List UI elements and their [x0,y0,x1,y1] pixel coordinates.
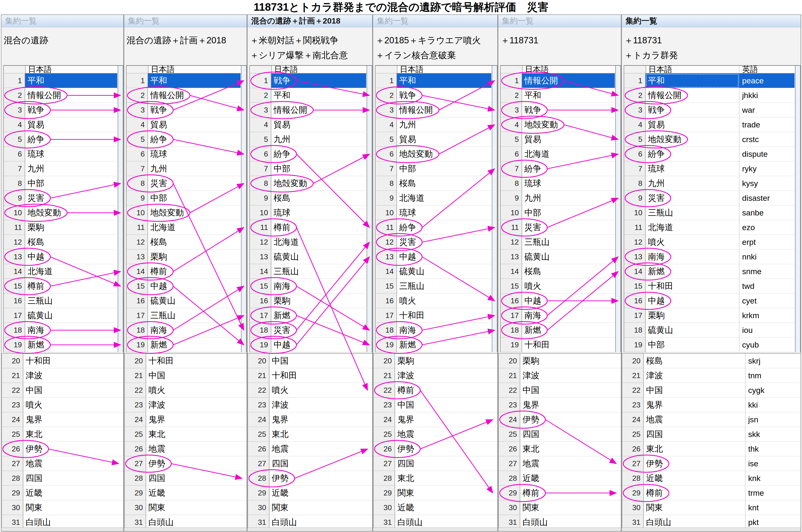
list-item[interactable]: 21津波 [499,368,621,383]
list-item[interactable]: 10三瓶山sanbe [624,206,801,220]
list-item[interactable]: 16栗駒 [250,293,372,308]
list-item[interactable]: 10地殻変動 [4,206,123,220]
list-item[interactable]: 3戦争 [4,103,123,117]
list-item[interactable]: 1平和 [4,73,123,88]
list-item[interactable]: 27四国 [374,456,497,471]
list-item[interactable]: 4貿易trade [624,117,801,132]
list-item[interactable]: 28四国 [125,471,247,486]
list-item[interactable]: 14硫黄山 [375,264,497,279]
list-item[interactable]: 7琉球ryky [624,162,801,176]
list-item[interactable]: 22中国 [499,383,621,398]
list-item[interactable]: 7紛争 [501,162,621,176]
list-item[interactable]: 27伊勢 [125,456,247,471]
list-item[interactable]: 19新燃 [4,338,123,352]
list-item[interactable]: 17硫黄山 [4,308,123,323]
list-item[interactable]: 30関東 [125,500,247,515]
list-item[interactable]: 23鬼界kki [622,398,801,412]
horizontal-scrollbar[interactable] [622,528,801,531]
list-item[interactable]: 17新燃 [250,308,372,323]
list-item[interactable]: 10中部 [501,206,621,220]
vertical-scrollbar[interactable] [367,66,372,352]
list-item[interactable]: 24地震jsn [622,412,801,427]
list-item[interactable]: 14北海道 [4,264,123,279]
list-item[interactable]: 11北海道ezo [624,220,801,235]
list-item[interactable]: 5貿易 [501,132,621,147]
list-item[interactable]: 27地震 [499,456,621,471]
vertical-scrollbar[interactable] [118,66,123,352]
list-item[interactable]: 3情報公開 [375,103,497,117]
list-item[interactable]: 26伊勢 [2,442,123,456]
list-item[interactable]: 13栗駒 [127,249,247,264]
list-item[interactable]: 2情報公開 [4,88,123,103]
list-item[interactable]: 15十和田twd [624,279,801,293]
list-item[interactable]: 11栗駒 [4,220,123,235]
list-item[interactable]: 15三瓶山 [375,279,497,293]
window-titlebar[interactable]: 集約一覧 [622,15,801,27]
horizontal-scrollbar[interactable] [1,528,123,531]
list-item[interactable]: 6琉球 [4,147,123,162]
list-item[interactable]: 22噴火 [248,383,372,398]
list-item[interactable]: 1平和 [127,73,247,88]
list-item[interactable]: 22中国 [2,383,123,398]
list-item[interactable]: 13南海nnki [624,249,801,264]
vertical-scrollbar[interactable] [795,66,801,352]
list-item[interactable]: 30関東 [2,500,123,515]
list-item[interactable]: 9北海道 [375,191,497,206]
list-item[interactable]: 22樽前 [374,383,497,398]
list-item[interactable]: 24鬼界 [125,412,247,427]
list-item[interactable]: 22噴火 [125,383,247,398]
list-item[interactable]: 30近畿 [374,500,497,515]
list-item[interactable]: 6琉球 [127,147,247,162]
list-item[interactable]: 13中越 [4,249,123,264]
list-item[interactable]: 3情報公開 [250,103,372,117]
list-item[interactable]: 21津波 [374,368,497,383]
list-item[interactable]: 30関東 [499,500,621,515]
list-item[interactable]: 16中越cyet [624,293,801,308]
list-item[interactable]: 29近畿 [2,486,123,500]
list-item[interactable]: 19新燃 [375,338,497,352]
list-item[interactable]: 10琉球 [250,206,372,220]
list-item[interactable]: 17十和田 [375,308,497,323]
list-item[interactable]: 25四国 [499,427,621,442]
list-item[interactable]: 11紛争 [375,220,497,235]
list-item[interactable]: 10地殻変動 [127,206,247,220]
list-item[interactable]: 19十和田 [501,338,621,352]
list-item[interactable]: 16噴火 [375,293,497,308]
list-item[interactable]: 13硫黄山 [501,249,621,264]
list-item[interactable]: 12桜島 [127,235,247,249]
list-item[interactable]: 8九州kysy [624,176,801,191]
list-item[interactable]: 2戦争 [375,88,497,103]
list-item[interactable]: 26東北thk [622,442,801,456]
list-item[interactable]: 9災害disaster [624,191,801,206]
list-item[interactable]: 4貿易 [250,117,372,132]
list-item[interactable]: 6紛争dispute [624,147,801,162]
list-item[interactable]: 7中部 [375,162,497,176]
list-item[interactable]: 12噴火erpt [624,235,801,249]
list-item[interactable]: 4地殻変動 [501,117,621,132]
list-item[interactable]: 21津波tnm [622,368,801,383]
list-item[interactable]: 1戦争 [250,73,372,88]
list-item[interactable]: 23津波 [125,398,247,412]
list-item[interactable]: 17栗駒krkm [624,308,801,323]
horizontal-scrollbar[interactable] [247,528,372,531]
list-item[interactable]: 22中国cygk [622,383,801,398]
list-item[interactable]: 5貿易 [375,132,497,147]
list-item[interactable]: 2情報公開 [127,88,247,103]
list-item[interactable]: 12桜島 [4,235,123,249]
list-item[interactable]: 6紛争 [250,147,372,162]
list-item[interactable]: 15南海 [250,279,372,293]
list-item[interactable]: 26地震 [125,442,247,456]
list-item[interactable]: 2平和 [501,88,621,103]
list-item[interactable]: 25東北 [2,427,123,442]
list-item[interactable]: 8地殻変動 [250,176,372,191]
list-item[interactable]: 3戦争war [624,103,801,117]
list-item[interactable]: 28近畿 [499,471,621,486]
list-item[interactable]: 24鬼界 [2,412,123,427]
list-item[interactable]: 2平和 [250,88,372,103]
window-titlebar[interactable]: 集約一覧 [124,15,247,27]
list-item[interactable]: 18硫黄山iou [624,323,801,338]
list-item[interactable]: 27地震 [2,456,123,471]
list-item[interactable]: 29近畿 [125,486,247,500]
list-item[interactable]: 18南海 [4,323,123,338]
list-item[interactable]: 11北海道 [127,220,247,235]
